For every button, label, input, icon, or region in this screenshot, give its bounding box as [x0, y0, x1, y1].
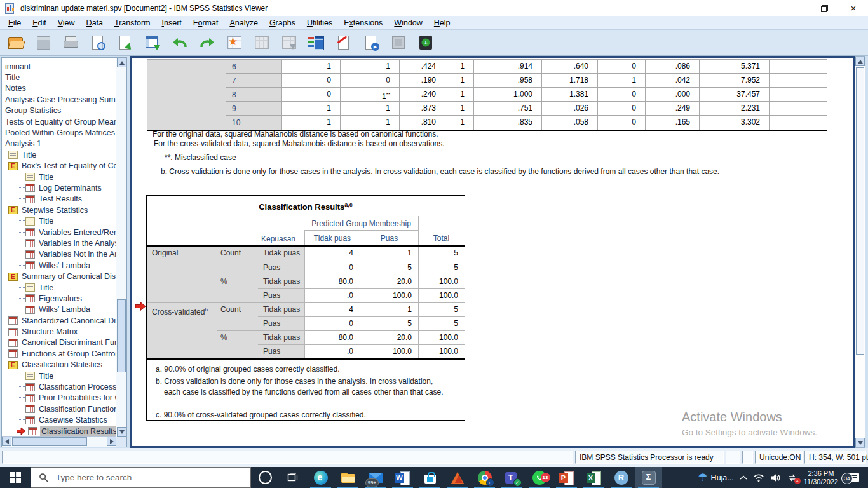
- taskbar-spss-icon[interactable]: Σ: [635, 467, 662, 488]
- taskbar-word-icon[interactable]: W: [389, 467, 416, 488]
- sidebar-item-box-s-test-of-equality-of-cova[interactable]: Box's Test of Equality of Cova: [3, 161, 116, 172]
- edit-script-icon[interactable]: [332, 32, 356, 54]
- export-output-icon[interactable]: [113, 32, 137, 54]
- taskbar-edge-icon[interactable]: e: [307, 467, 334, 488]
- sidebar-item-classification-results[interactable]: Classification Results: [3, 426, 116, 437]
- classification-results-table[interactable]: Classification Resultsa,c Predicted Grou…: [146, 195, 465, 421]
- cortana-button[interactable]: [251, 467, 279, 488]
- sidebar-item-group-statistics[interactable]: Group Statistics: [3, 105, 116, 116]
- sidebar-item-prior-probabilities-for-gro[interactable]: Prior Probabilities for Gro: [3, 393, 116, 403]
- sidebar-item-structure-matrix[interactable]: Structure Matrix: [3, 326, 116, 337]
- sidebar-hscrollbar[interactable]: [2, 436, 116, 447]
- sidebar-item-summary-of-canonical-discri[interactable]: Summary of Canonical Discri: [3, 271, 116, 281]
- sidebar-item-pooled-within-groups-matrices[interactable]: Pooled Within-Groups Matrices: [3, 127, 116, 138]
- taskbar-excel-icon[interactable]: X: [580, 467, 607, 488]
- goto-case-icon[interactable]: ★: [222, 32, 247, 54]
- menu-insert[interactable]: Insert: [156, 17, 187, 29]
- casewise-statistics-table[interactable]: 611.4241.914.6400.0865.371700.1901.9581.…: [147, 59, 827, 131]
- sidebar-item-stepwise-statistics[interactable]: Stepwise Statistics: [3, 205, 116, 215]
- sidebar-item-title[interactable]: Title: [3, 215, 116, 226]
- menu-transform[interactable]: Transform: [109, 17, 156, 29]
- hscroll-thumb[interactable]: [12, 437, 87, 446]
- menu-view[interactable]: View: [52, 17, 81, 29]
- taskbar-powerpoint-icon[interactable]: P: [553, 467, 580, 488]
- sidebar-item-title[interactable]: Title: [3, 172, 116, 182]
- variables-icon[interactable]: [304, 32, 329, 54]
- taskbar-search[interactable]: [31, 467, 251, 488]
- run-output-icon[interactable]: ▶: [359, 32, 383, 54]
- show-hidden-icons-button[interactable]: [740, 475, 747, 480]
- sidebar-item-tests-of-equality-of-group-means[interactable]: Tests of Equality of Group Means: [3, 116, 116, 127]
- taskbar-store-icon[interactable]: [416, 467, 444, 488]
- menu-help[interactable]: Help: [428, 17, 456, 29]
- menu-data[interactable]: Data: [81, 17, 109, 29]
- taskbar-clock[interactable]: 2:36 PM 11/30/2022: [804, 470, 838, 485]
- sidebar-item-variables-entered-remo[interactable]: Variables Entered/Remo: [3, 227, 116, 238]
- task-view-button[interactable]: [279, 467, 307, 488]
- sidebar-item-functions-at-group-centroids[interactable]: Functions at Group Centroids: [3, 348, 116, 359]
- redo-icon[interactable]: [195, 32, 219, 54]
- sidebar-item-analysis-case-processing-summ[interactable]: Analysis Case Processing Summ: [3, 94, 116, 105]
- print-icon[interactable]: [58, 32, 83, 54]
- show-hide-icon[interactable]: +: [414, 32, 438, 54]
- scroll-left-button[interactable]: [2, 437, 11, 446]
- notification-center-button[interactable]: 34: [848, 473, 859, 482]
- sidebar-item-standardized-canonical-disc[interactable]: Standardized Canonical Disc: [3, 315, 116, 326]
- sidebar-item-title[interactable]: Title: [3, 149, 116, 160]
- sidebar-item-log-determinants[interactable]: Log Determinants: [3, 182, 116, 193]
- vscroll-thumb[interactable]: [856, 67, 864, 355]
- scroll-down-button[interactable]: [855, 438, 865, 447]
- restore-button[interactable]: [810, 0, 839, 16]
- taskbar-teams-icon[interactable]: T✓: [498, 467, 526, 488]
- start-button[interactable]: [0, 467, 31, 488]
- undo-icon[interactable]: [168, 32, 192, 54]
- scroll-up-button[interactable]: [855, 57, 865, 66]
- sidebar-item-wilks-lambda[interactable]: Wilks' Lambda: [3, 260, 116, 271]
- weather-widget[interactable]: ☂ Huja...: [698, 472, 733, 483]
- recall-dialogs-icon[interactable]: [140, 32, 165, 54]
- sidebar-item-classification-function-c[interactable]: Classification Function C: [3, 403, 116, 414]
- sidebar-item-iminant[interactable]: iminant: [3, 61, 116, 72]
- menu-extensions[interactable]: Extensions: [338, 17, 388, 29]
- menu-analyze[interactable]: Analyze: [224, 17, 263, 29]
- taskbar-whatsapp-icon[interactable]: 13: [526, 467, 553, 488]
- menu-window[interactable]: Window: [388, 17, 428, 29]
- content-vscrollbar[interactable]: [855, 56, 865, 448]
- taskbar-mail-icon[interactable]: 99+: [362, 467, 389, 488]
- sidebar-item-test-results[interactable]: Test Results: [3, 194, 116, 205]
- wifi-indicator[interactable]: [753, 473, 764, 482]
- sidebar-item-analysis-1[interactable]: Analysis 1: [3, 139, 116, 149]
- print-preview-icon[interactable]: [86, 32, 110, 54]
- sync-error-indicator[interactable]: ×: [787, 473, 798, 482]
- sidebar-item-wilks-lambda[interactable]: Wilks' Lambda: [3, 304, 116, 315]
- open-output-icon[interactable]: [4, 32, 28, 54]
- menu-utilities[interactable]: Utilities: [301, 17, 338, 29]
- sidebar-vscrollbar[interactable]: [116, 58, 126, 437]
- sidebar-item-variables-not-in-the-anal[interactable]: Variables Not in the Anal: [3, 249, 116, 260]
- menu-file[interactable]: File: [3, 17, 27, 29]
- scroll-right-button[interactable]: [107, 437, 116, 446]
- taskbar-chrome-icon[interactable]: c: [471, 467, 498, 488]
- sidebar-item-title[interactable]: Title: [3, 370, 116, 381]
- sidebar-item-classification-statistics[interactable]: Classification Statistics: [3, 360, 116, 370]
- sidebar-item-variables-in-the-analysis[interactable]: Variables in the Analysis: [3, 238, 116, 248]
- volume-indicator[interactable]: [770, 473, 781, 482]
- taskbar-r-icon[interactable]: R: [607, 467, 635, 488]
- sidebar-item-classification-processin[interactable]: Classification Processin: [3, 381, 116, 392]
- sidebar-item-notes[interactable]: Notes: [3, 83, 116, 94]
- search-input[interactable]: [55, 472, 229, 483]
- taskbar-file-explorer-icon[interactable]: [334, 467, 362, 488]
- vscroll-thumb[interactable]: [117, 299, 126, 372]
- scroll-down-button[interactable]: [117, 427, 126, 437]
- taskbar-matlab-icon[interactable]: [444, 467, 471, 488]
- minimize-button[interactable]: [780, 0, 810, 16]
- close-button[interactable]: ×: [839, 0, 868, 16]
- sidebar-item-eigenvalues[interactable]: Eigenvalues: [3, 293, 116, 304]
- menu-format[interactable]: Format: [187, 17, 224, 29]
- sidebar-item-title[interactable]: Title: [3, 282, 116, 293]
- sidebar-item-casewise-statistics[interactable]: Casewise Statistics: [3, 415, 116, 426]
- sidebar-item-title[interactable]: Title: [3, 72, 116, 83]
- sidebar-item-canonical-discriminant-func[interactable]: Canonical Discriminant Func: [3, 337, 116, 348]
- menu-graphs[interactable]: Graphs: [264, 17, 301, 29]
- scroll-up-button[interactable]: [117, 58, 126, 67]
